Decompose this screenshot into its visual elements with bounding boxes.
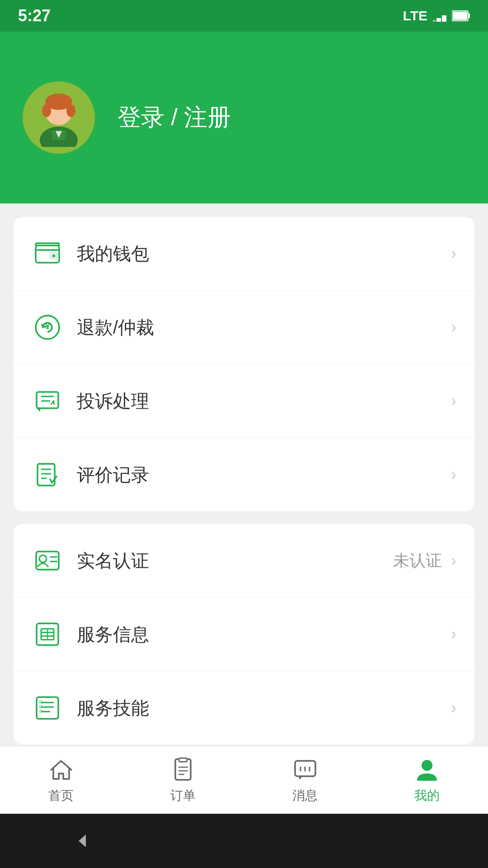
svg-point-14 <box>52 255 55 257</box>
complaint-chevron: › <box>451 392 456 410</box>
status-time: 5:27 <box>18 6 51 25</box>
realname-chevron: › <box>451 551 456 570</box>
svg-marker-2 <box>433 20 436 22</box>
service-skill-chevron: › <box>451 698 456 717</box>
svg-point-21 <box>39 555 47 562</box>
header[interactable]: 登录 / 注册 <box>0 32 488 203</box>
svg-rect-38 <box>39 710 42 712</box>
avatar-image <box>29 88 88 147</box>
content-area: 我的钱包 › ¥ 退款/仲裁 › <box>0 203 488 745</box>
home-icon <box>47 756 75 783</box>
svg-rect-5 <box>453 12 467 20</box>
lte-icon: LTE <box>403 8 427 24</box>
nav-order-label: 订单 <box>170 787 196 804</box>
svg-rect-4 <box>468 14 470 18</box>
wallet-chevron: › <box>451 244 456 263</box>
nav-mine-label: 我的 <box>414 787 440 804</box>
nav-message-label: 消息 <box>292 787 318 804</box>
service-info-chevron: › <box>451 625 456 644</box>
review-icon <box>32 459 63 491</box>
mine-icon <box>413 756 441 783</box>
review-item[interactable]: 评价记录 › <box>14 438 474 511</box>
service-info-item[interactable]: 服务信息 › <box>14 598 474 671</box>
back-button[interactable] <box>68 827 95 854</box>
signal-icon <box>433 9 446 23</box>
service-skill-item[interactable]: 服务技能 › <box>14 671 474 745</box>
status-icons: LTE <box>403 8 470 24</box>
svg-marker-0 <box>442 15 446 22</box>
android-nav <box>0 814 488 868</box>
svg-marker-49 <box>79 835 86 847</box>
review-label: 评价记录 <box>77 462 451 487</box>
order-icon <box>169 756 197 783</box>
svg-rect-36 <box>39 701 42 703</box>
home-button[interactable] <box>230 827 258 854</box>
realname-badge: 未认证 <box>393 550 442 572</box>
status-bar: 5:27 LTE <box>0 0 488 32</box>
wallet-item[interactable]: 我的钱包 › <box>14 217 474 291</box>
wallet-icon <box>32 238 63 269</box>
avatar[interactable] <box>23 81 95 154</box>
complaint-icon <box>32 385 63 417</box>
refund-icon: ¥ <box>32 311 63 343</box>
refund-chevron: › <box>451 318 456 337</box>
login-register-text: 登录 / 注册 <box>117 102 231 133</box>
message-icon <box>291 756 319 783</box>
realname-icon <box>32 545 63 576</box>
svg-point-48 <box>422 760 432 771</box>
complaint-item[interactable]: 投诉处理 › <box>14 364 474 438</box>
nav-home-label: 首页 <box>48 787 74 804</box>
refund-item[interactable]: ¥ 退款/仲裁 › <box>14 291 474 364</box>
realname-label: 实名认证 <box>77 548 393 573</box>
wallet-label: 我的钱包 <box>77 241 451 266</box>
bottom-nav: 首页 订单 消息 <box>0 746 488 814</box>
service-info-label: 服务信息 <box>77 622 451 647</box>
realname-item[interactable]: 实名认证 未认证 › <box>14 524 474 598</box>
service-info-icon <box>32 618 63 650</box>
service-skill-icon <box>32 692 63 724</box>
nav-order[interactable]: 订单 <box>122 756 244 804</box>
svg-marker-1 <box>436 18 441 22</box>
nav-message[interactable]: 消息 <box>244 756 366 804</box>
nav-home[interactable]: 首页 <box>0 756 122 804</box>
nav-mine[interactable]: 我的 <box>366 756 488 804</box>
complaint-label: 投诉处理 <box>77 389 451 414</box>
recents-button[interactable] <box>393 827 420 854</box>
menu-group-1: 我的钱包 › ¥ 退款/仲裁 › <box>14 217 474 511</box>
menu-group-2: 实名认证 未认证 › 服务信息 › <box>14 524 474 745</box>
battery-icon <box>452 10 470 22</box>
svg-rect-40 <box>179 758 187 762</box>
svg-point-11 <box>66 104 75 117</box>
svg-text:¥: ¥ <box>45 322 50 331</box>
svg-rect-17 <box>37 392 58 408</box>
review-chevron: › <box>451 465 456 484</box>
service-skill-label: 服务技能 <box>77 696 451 721</box>
refund-label: 退款/仲裁 <box>77 315 451 340</box>
svg-rect-37 <box>39 705 42 708</box>
svg-point-10 <box>42 104 51 117</box>
